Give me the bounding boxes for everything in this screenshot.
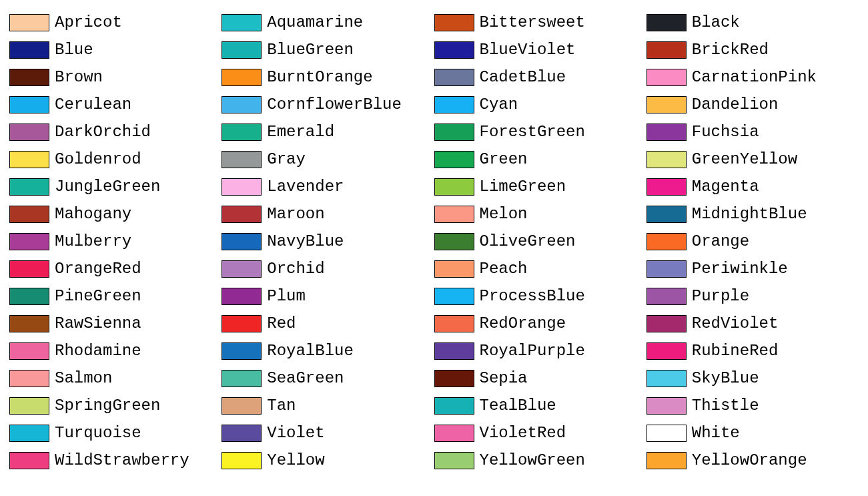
color-swatch-item: Red [222,314,434,332]
color-swatch [434,123,474,141]
color-swatch-item: RoyalBlue [222,342,434,360]
color-swatch-item: Tan [222,397,434,415]
color-palette-grid: ApricotAquamarineBittersweetBlackBlueBlu… [9,13,859,479]
color-label: Green [480,150,528,168]
color-swatch [222,41,262,59]
color-label: Orchid [267,260,324,278]
color-swatch-item: SkyBlue [646,369,859,387]
color-swatch [646,41,687,59]
color-swatch [9,288,49,305]
color-swatch-item: Goldenrod [9,150,222,168]
color-label: CadetBlue [480,68,566,86]
color-swatch-item: Cerulean [9,95,222,113]
color-swatch [434,397,474,415]
color-swatch [646,206,687,223]
color-swatch-item: ForestGreen [434,123,646,141]
color-label: PineGreen [55,287,141,305]
color-swatch [646,397,687,415]
color-swatch [434,14,474,31]
color-swatch [646,233,687,250]
color-swatch [646,425,687,442]
color-label: RubineRed [692,342,779,360]
color-swatch-item: Plum [222,287,434,305]
color-swatch [9,370,49,387]
color-label: Lavender [267,178,344,196]
color-swatch-item: SpringGreen [9,397,222,415]
color-label: Magenta [692,178,759,196]
color-swatch [646,452,687,469]
color-swatch-item: BlueGreen [222,41,434,59]
color-swatch-item: GreenYellow [646,150,859,168]
color-swatch [646,370,687,387]
color-swatch [434,41,474,59]
color-swatch-item: JungleGreen [9,178,222,196]
color-swatch [434,315,474,332]
color-swatch [9,123,49,141]
color-label: Plum [267,287,306,305]
color-swatch-item: Maroon [222,205,434,223]
color-swatch-item: RubineRed [646,342,859,360]
color-label: ForestGreen [480,123,585,141]
color-swatch-item: Bittersweet [434,13,646,31]
color-label: Melon [480,205,528,223]
color-swatch-item: Magenta [646,178,859,196]
color-label: BlueGreen [267,41,354,59]
color-swatch-item: Mulberry [9,232,222,250]
color-label: Orange [692,232,749,250]
color-label: Yellow [267,451,324,469]
color-swatch-item: OrangeRed [9,260,222,278]
color-swatch-item: RawSienna [9,314,222,332]
color-label: Emerald [267,123,334,141]
color-swatch [222,151,262,168]
color-swatch-item: Sepia [434,369,646,387]
color-swatch-item: Green [434,150,646,168]
color-swatch [646,96,687,113]
color-label: BlueViolet [480,41,576,59]
color-label: OliveGreen [480,232,576,250]
color-swatch-item: WildStrawberry [9,451,222,469]
color-swatch [222,397,262,415]
color-swatch [9,397,49,415]
color-swatch-item: Brown [9,68,222,86]
color-swatch [434,342,474,360]
color-swatch-item: SeaGreen [222,369,434,387]
color-swatch [434,69,474,86]
color-swatch [222,123,262,141]
color-swatch-item: CadetBlue [434,68,646,86]
color-label: BrickRed [692,41,769,59]
color-swatch [9,233,49,250]
color-swatch-item: CarnationPink [646,68,859,86]
color-swatch-item: OliveGreen [434,232,646,250]
color-swatch [222,315,262,332]
color-swatch-item: VioletRed [434,424,646,442]
color-swatch [222,452,262,469]
color-label: Periwinkle [692,260,788,278]
color-swatch-item: CornflowerBlue [222,95,434,113]
color-label: CornflowerBlue [267,95,402,113]
color-swatch-item: BrickRed [646,41,859,59]
color-swatch [646,260,687,278]
color-label: BurntOrange [267,68,372,86]
color-label: WildStrawberry [55,451,189,469]
color-swatch [434,425,474,442]
color-label: Maroon [267,205,324,223]
color-swatch [9,69,49,86]
color-swatch [646,315,687,332]
color-label: SpringGreen [55,397,160,415]
color-swatch [434,178,474,196]
color-swatch [9,41,49,59]
color-swatch [646,123,687,141]
color-label: Tan [267,397,296,415]
color-swatch-item: RedOrange [434,314,646,332]
color-label: Mahogany [55,205,131,223]
color-label: ProcessBlue [480,287,585,305]
color-swatch [222,206,262,223]
color-swatch-item: Turquoise [9,424,222,442]
color-swatch [646,14,687,31]
color-swatch-item: BlueViolet [434,41,646,59]
color-swatch [222,288,262,305]
color-swatch [646,342,687,360]
color-swatch [434,151,474,168]
color-swatch [646,288,687,305]
color-label: RawSienna [55,314,141,332]
